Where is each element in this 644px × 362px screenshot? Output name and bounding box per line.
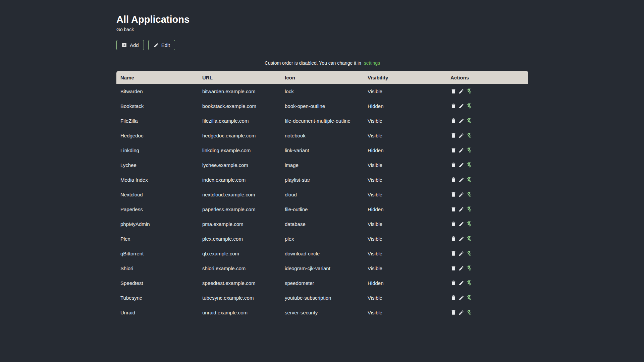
trash-icon [450,132,457,138]
column-header-icon: Icon [281,71,364,84]
edit-row-button[interactable] [459,192,464,197]
go-back-link[interactable]: Go back [116,27,134,32]
pencil-icon [459,236,464,242]
delete-button[interactable] [450,221,457,227]
app-visibility: Visible [364,246,446,261]
delete-button[interactable] [450,265,457,271]
app-name: Media Index [116,172,198,187]
pin-toggle-button[interactable] [466,177,472,183]
row-actions [450,187,524,202]
pin-toggle-button[interactable] [466,295,472,301]
edit-row-button[interactable] [459,177,464,183]
app-visibility: Visible [364,84,446,99]
edit-row-button[interactable] [459,251,464,256]
row-actions [450,305,524,320]
notice-text: Custom order is disabled. You can change… [265,60,361,66]
row-actions [450,217,524,231]
pin-toggle-button[interactable] [466,250,472,256]
edit-row-button[interactable] [459,103,464,109]
app-visibility: Visible [364,158,446,172]
edit-row-button[interactable] [459,118,464,124]
delete-button[interactable] [450,191,457,197]
app-url: tubesync.example.com [198,290,281,305]
pin-toggle-button[interactable] [466,103,472,109]
delete-button[interactable] [450,88,457,94]
row-actions [450,202,524,217]
edit-row-button[interactable] [459,236,464,242]
settings-link[interactable]: settings [364,60,380,66]
pin-off-icon [466,280,472,286]
delete-button[interactable] [450,147,457,153]
app-icon-name: lock [281,84,364,99]
app-visibility: Hidden [364,99,446,113]
custom-order-notice: Custom order is disabled. You can change… [116,60,528,66]
row-actions [450,172,524,187]
row-actions [450,246,524,261]
trash-icon [450,250,457,256]
pin-toggle-button[interactable] [466,147,472,153]
pin-toggle-button[interactable] [466,118,472,124]
table-row: Linkding linkding.example.com link-varia… [116,143,528,158]
edit-row-button[interactable] [459,88,464,94]
app-url: nextcloud.example.com [198,187,281,202]
table-row: qBittorrent qb.example.com download-circ… [116,246,528,261]
delete-button[interactable] [450,118,457,124]
pencil-icon [459,295,464,301]
edit-row-button[interactable] [459,265,464,271]
delete-button[interactable] [450,103,457,109]
table-row: Hedgedoc hedgedoc.example.com notebook V… [116,128,528,143]
delete-button[interactable] [450,162,457,168]
delete-button[interactable] [450,250,457,256]
edit-row-button[interactable] [459,221,464,227]
pin-toggle-button[interactable] [466,206,472,212]
delete-button[interactable] [450,309,457,315]
pin-toggle-button[interactable] [466,88,472,94]
edit-button[interactable]: Edit [148,40,175,50]
pin-toggle-button[interactable] [466,265,472,271]
app-visibility: Visible [364,128,446,143]
edit-row-button[interactable] [459,206,464,212]
edit-row-button[interactable] [459,147,464,153]
delete-button[interactable] [450,177,457,183]
pin-toggle-button[interactable] [466,236,472,242]
row-actions [450,143,524,158]
edit-row-button[interactable] [459,295,464,301]
table-row: FileZilla filezilla.example.com file-doc… [116,113,528,128]
pin-toggle-button[interactable] [466,191,472,197]
row-actions [450,276,524,290]
column-header-url: URL [198,71,281,84]
delete-button[interactable] [450,295,457,301]
add-button[interactable]: Add [116,40,144,50]
pencil-icon [459,103,464,109]
plus-box-icon [121,42,127,48]
delete-button[interactable] [450,132,457,138]
pin-toggle-button[interactable] [466,221,472,227]
edit-row-button[interactable] [459,280,464,286]
delete-button[interactable] [450,206,457,212]
app-visibility: Visible [364,231,446,246]
pin-off-icon [466,295,472,301]
trash-icon [450,88,457,94]
add-button-label: Add [130,43,139,48]
pin-off-icon [466,177,472,183]
app-name: Hedgedoc [116,128,198,143]
table-header: Name URL Icon Visibility Actions [116,71,528,84]
edit-row-button[interactable] [459,162,464,168]
pin-toggle-button[interactable] [466,162,472,168]
edit-row-button[interactable] [459,310,464,315]
app-visibility: Visible [364,290,446,305]
app-url: hedgedoc.example.com [198,128,281,143]
pin-toggle-button[interactable] [466,309,472,315]
pin-toggle-button[interactable] [466,280,472,286]
delete-button[interactable] [450,280,457,286]
edit-row-button[interactable] [459,133,464,138]
app-url: plex.example.com [198,231,281,246]
trash-icon [450,147,457,153]
app-icon-name: file-outline [281,202,364,217]
pin-off-icon [466,147,472,153]
pencil-icon [459,177,464,183]
pin-toggle-button[interactable] [466,132,472,138]
app-icon-name: image [281,158,364,172]
trash-icon [450,221,457,227]
delete-button[interactable] [450,236,457,242]
